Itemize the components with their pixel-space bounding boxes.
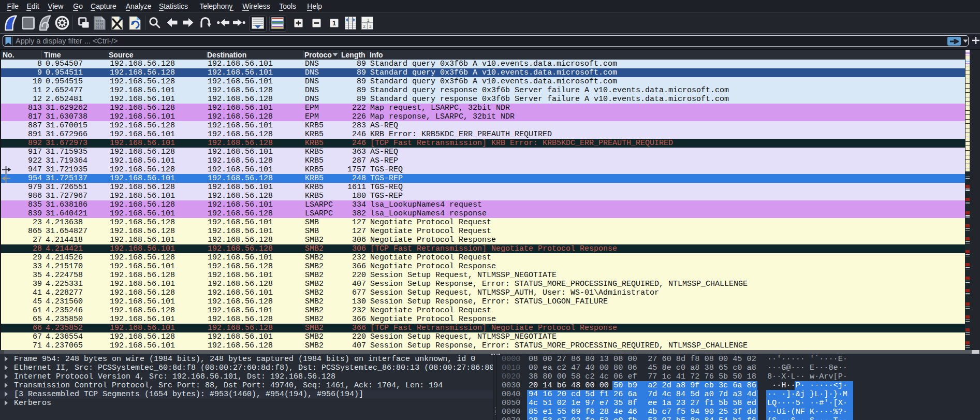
svg-text:1: 1 (367, 18, 370, 23)
svg-text:0111: 0111 (96, 26, 104, 30)
svg-text:2: 2 (363, 24, 365, 29)
svg-text:1: 1 (332, 20, 336, 27)
svg-text:3: 3 (369, 24, 372, 29)
